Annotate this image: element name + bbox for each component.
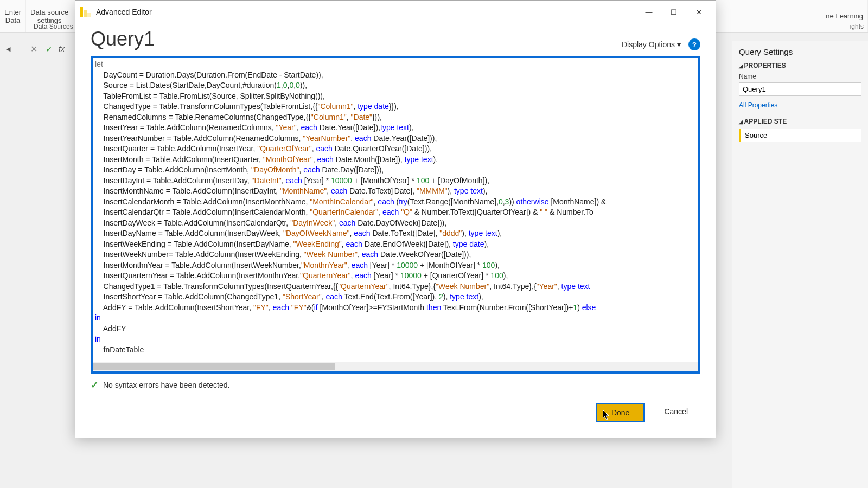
query-name-input[interactable]: Query1 xyxy=(739,82,861,96)
syntax-status: ✓ No syntax errors have been detected. xyxy=(75,374,716,391)
query-settings-title: Query Settings xyxy=(739,47,861,56)
cancel-formula-icon[interactable]: ✕ xyxy=(28,43,39,54)
done-button[interactable]: Done xyxy=(596,403,645,422)
applied-steps-header[interactable]: APPLIED STE xyxy=(739,118,861,125)
ribbon-enter-data[interactable]: Enter Data xyxy=(0,0,26,32)
minimize-button[interactable]: ― xyxy=(636,3,661,21)
name-label: Name xyxy=(739,73,861,80)
query-settings-panel: Query Settings PROPERTIES Name Query1 Al… xyxy=(732,41,868,488)
ribbon-group-insights: ights xyxy=(850,23,864,30)
cancel-button[interactable]: Cancel xyxy=(652,403,700,422)
fx-icon[interactable]: fx xyxy=(59,44,65,53)
horizontal-scrollbar[interactable] xyxy=(93,362,698,371)
chevron-down-icon: ▾ xyxy=(677,40,681,49)
ribbon-group-data-sources: Data Sources xyxy=(34,23,73,30)
close-button[interactable]: ✕ xyxy=(686,3,711,21)
maximize-button[interactable]: ☐ xyxy=(661,3,686,21)
display-options-dropdown[interactable]: Display Options ▾ xyxy=(622,40,681,49)
powerbi-icon xyxy=(80,7,91,17)
help-icon[interactable]: ? xyxy=(688,38,700,50)
applied-step-source[interactable]: Source xyxy=(739,129,861,142)
dialog-title: Advanced Editor xyxy=(96,8,636,16)
code-editor-frame: let DayCount = Duration.Days(Duration.Fr… xyxy=(91,56,700,374)
all-properties-link[interactable]: All Properties xyxy=(739,101,861,109)
dialog-footer: Done Cancel xyxy=(75,391,716,438)
collapse-chevron-icon[interactable]: ◀ xyxy=(4,45,12,53)
code-editor[interactable]: let DayCount = Duration.Days(Duration.Fr… xyxy=(93,58,698,356)
accept-formula-icon[interactable]: ✓ xyxy=(43,43,54,54)
advanced-editor-dialog: Advanced Editor ― ☐ ✕ Query1 Display Opt… xyxy=(75,0,716,438)
properties-header[interactable]: PROPERTIES xyxy=(739,62,861,69)
done-button-label: Done xyxy=(611,408,629,417)
syntax-status-text: No syntax errors have been detected. xyxy=(103,381,229,389)
dialog-titlebar[interactable]: Advanced Editor ― ☐ ✕ xyxy=(75,1,716,23)
check-icon: ✓ xyxy=(91,379,99,391)
mouse-cursor-icon xyxy=(603,410,611,421)
display-options-label: Display Options xyxy=(622,40,675,49)
query-title: Query1 xyxy=(91,28,155,50)
